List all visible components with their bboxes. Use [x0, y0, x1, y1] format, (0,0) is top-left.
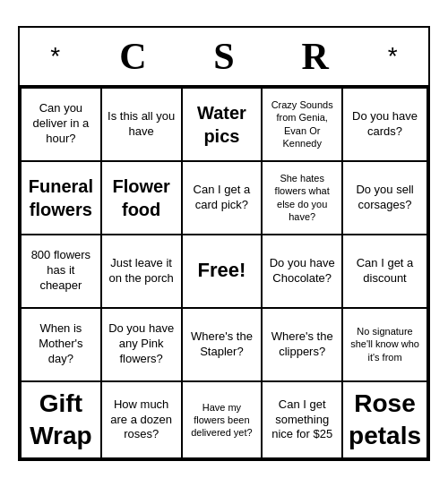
header-star-left: * — [33, 42, 78, 71]
bingo-cell-14[interactable]: Can I get a discount — [343, 235, 428, 309]
bingo-grid: Can you deliver in a hour?Is this all yo… — [20, 87, 428, 460]
bingo-cell-18[interactable]: Where's the clippers? — [263, 309, 343, 382]
bingo-cell-7[interactable]: Can I get a card pick? — [183, 162, 263, 235]
bingo-cell-5[interactable]: Funeral flowers — [22, 162, 102, 235]
header-star-right: * — [370, 42, 415, 71]
bingo-cell-15[interactable]: When is Mother's day? — [22, 309, 102, 382]
bingo-cell-13[interactable]: Do you have Chocolate? — [263, 235, 343, 309]
bingo-card: * C S R * Can you deliver in a hour?Is t… — [18, 26, 430, 462]
bingo-cell-12[interactable]: Free! — [183, 235, 263, 309]
bingo-cell-9[interactable]: Do you sell corsages? — [343, 162, 428, 235]
bingo-cell-3[interactable]: Crazy Sounds from Genia, Evan Or Kennedy — [263, 89, 343, 162]
header-r: R — [280, 35, 351, 78]
bingo-cell-2[interactable]: Water pics — [183, 89, 263, 162]
bingo-header: * C S R * — [20, 28, 428, 87]
bingo-cell-1[interactable]: Is this all you have — [102, 89, 183, 162]
bingo-cell-10[interactable]: 800 flowers has it cheaper — [22, 235, 102, 309]
bingo-cell-20[interactable]: Gift Wrap — [22, 382, 102, 460]
bingo-cell-11[interactable]: Just leave it on the porch — [102, 235, 183, 309]
bingo-cell-16[interactable]: Do you have any Pink flowers? — [102, 309, 183, 382]
bingo-cell-17[interactable]: Where's the Stapler? — [183, 309, 263, 382]
bingo-cell-21[interactable]: How much are a dozen roses? — [102, 382, 183, 460]
bingo-cell-6[interactable]: Flower food — [102, 162, 183, 235]
bingo-cell-23[interactable]: Can I get something nice for $25 — [263, 382, 343, 460]
bingo-cell-24[interactable]: Rose petals — [343, 382, 428, 460]
bingo-cell-22[interactable]: Have my flowers been delivered yet? — [183, 382, 263, 460]
bingo-cell-4[interactable]: Do you have cards? — [343, 89, 428, 162]
header-s: S — [188, 35, 260, 78]
bingo-cell-19[interactable]: No signature she'll know who it's from — [343, 309, 428, 382]
header-c: C — [97, 35, 168, 78]
bingo-cell-0[interactable]: Can you deliver in a hour? — [22, 89, 102, 162]
bingo-cell-8[interactable]: She hates flowers what else do you have? — [263, 162, 343, 235]
